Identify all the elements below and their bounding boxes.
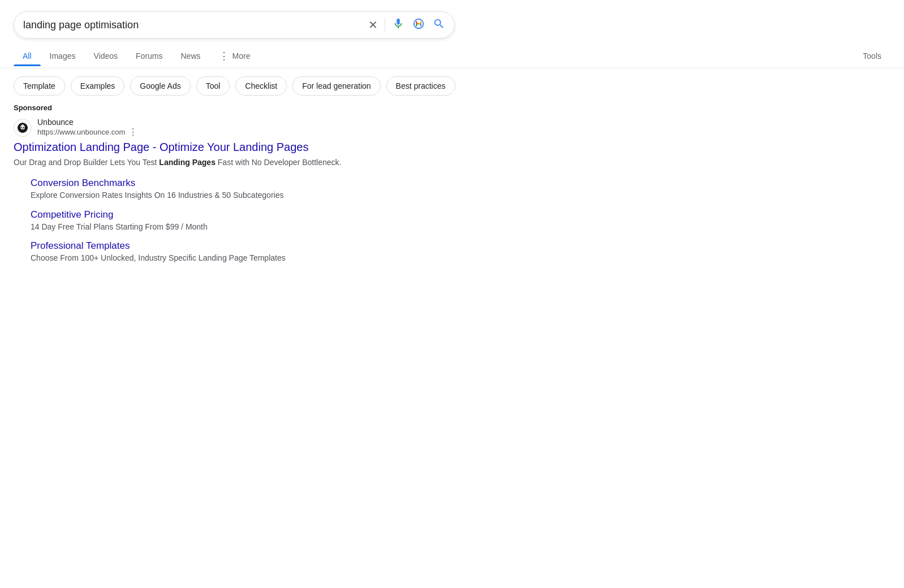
- sub-link-pricing: Competitive Pricing 14 Day Free Trial Pl…: [31, 209, 890, 233]
- tab-news[interactable]: News: [172, 46, 210, 66]
- ad-site-info: Unbounce https://www.unbounce.com ⋮: [37, 118, 137, 137]
- ad-site-url: https://www.unbounce.com: [37, 128, 125, 136]
- chip-tool[interactable]: Tool: [196, 76, 230, 96]
- sub-link-pricing-title[interactable]: Competitive Pricing: [31, 209, 890, 220]
- main-content: Sponsored Unbounce https://www.unbounce.…: [0, 103, 904, 264]
- search-input[interactable]: landing page optimisation: [23, 19, 368, 31]
- ad-title[interactable]: Optimization Landing Page - Optimize You…: [14, 140, 890, 154]
- sub-link-conversion-title[interactable]: Conversion Benchmarks: [31, 178, 890, 189]
- tab-forums[interactable]: Forums: [127, 46, 171, 66]
- ad-site-name: Unbounce: [37, 118, 137, 127]
- chip-google-ads[interactable]: Google Ads: [130, 76, 190, 96]
- tab-images[interactable]: Images: [41, 46, 85, 66]
- chip-best-practices[interactable]: Best practices: [386, 76, 455, 96]
- ad-result: Unbounce https://www.unbounce.com ⋮ Opti…: [14, 118, 890, 264]
- tab-tools[interactable]: Tools: [854, 46, 890, 66]
- clear-search-icon[interactable]: ✕: [368, 18, 378, 32]
- ad-desc-end: Fast with No Developer Bottleneck.: [216, 158, 342, 167]
- tab-more[interactable]: ⋮ More: [210, 44, 260, 68]
- tab-videos[interactable]: Videos: [84, 46, 127, 66]
- sub-links: Conversion Benchmarks Explore Conversion…: [14, 178, 890, 264]
- sub-link-pricing-desc: 14 Day Free Trial Plans Starting From $9…: [31, 222, 208, 231]
- chip-lead-generation[interactable]: For lead generation: [292, 76, 380, 96]
- search-bar-container: landing page optimisation ✕: [0, 0, 904, 38]
- chip-checklist[interactable]: Checklist: [235, 76, 287, 96]
- sub-link-templates-desc: Choose From 100+ Unlocked, Industry Spec…: [31, 253, 286, 262]
- ad-site-line: Unbounce https://www.unbounce.com ⋮: [14, 118, 890, 137]
- sub-link-conversion-desc: Explore Conversion Rates Insights On 16 …: [31, 191, 283, 200]
- search-submit-icon[interactable]: [433, 18, 445, 32]
- sub-link-templates-title[interactable]: Professional Templates: [31, 240, 890, 252]
- ad-desc-bold: Landing Pages: [159, 158, 216, 167]
- lens-icon[interactable]: [412, 18, 425, 32]
- search-bar: landing page optimisation ✕: [14, 11, 455, 38]
- filter-chips: Template Examples Google Ads Tool Checkl…: [0, 68, 904, 103]
- tab-all[interactable]: All: [14, 46, 41, 66]
- search-icons: [392, 18, 445, 32]
- search-divider: [385, 18, 385, 32]
- ad-site-url-row: https://www.unbounce.com ⋮: [37, 127, 137, 137]
- more-dots-icon: ⋮: [219, 50, 229, 62]
- nav-tabs: All Images Videos Forums News ⋮ More Too…: [0, 38, 904, 68]
- sub-link-conversion: Conversion Benchmarks Explore Conversion…: [31, 178, 890, 201]
- microphone-icon[interactable]: [392, 18, 404, 32]
- sponsored-label: Sponsored: [14, 103, 890, 112]
- ad-description: Our Drag and Drop Builder Lets You Test …: [14, 157, 890, 168]
- ad-desc-start: Our Drag and Drop Builder Lets You Test: [14, 158, 159, 167]
- chip-examples[interactable]: Examples: [71, 76, 124, 96]
- ad-favicon: [14, 119, 32, 137]
- ad-menu-dots-icon[interactable]: ⋮: [128, 127, 137, 137]
- chip-template[interactable]: Template: [14, 76, 65, 96]
- sub-link-templates: Professional Templates Choose From 100+ …: [31, 240, 890, 264]
